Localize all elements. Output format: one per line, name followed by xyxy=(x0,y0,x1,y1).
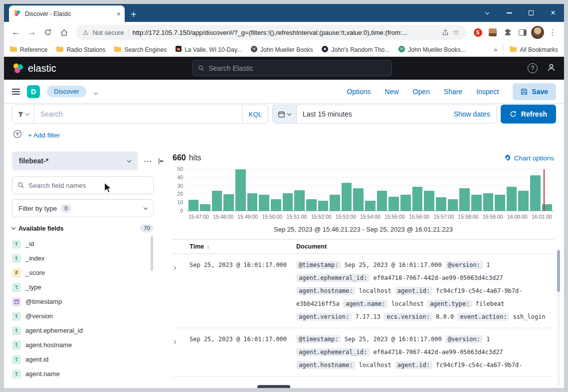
histogram-bar[interactable] xyxy=(318,201,329,211)
histogram-bar[interactable] xyxy=(353,188,364,211)
extensions-puzzle-icon[interactable] xyxy=(501,26,514,39)
bookmark-item[interactable]: WJohn Mueller Books xyxy=(251,46,313,54)
browser-tab[interactable]: Discover - Elastic × xyxy=(9,5,125,22)
field-item[interactable]: tagent.name xyxy=(12,367,154,381)
bookmark-item[interactable]: Search Engines xyxy=(114,46,167,53)
sidebar-options-icon[interactable]: ⋯ xyxy=(144,156,152,166)
chrome-menu-icon[interactable]: ⋮ xyxy=(546,26,559,39)
field-item[interactable]: tagent.id xyxy=(12,352,154,367)
elastic-logo[interactable]: elastic xyxy=(12,62,56,74)
inspect-link[interactable]: Inspect xyxy=(476,88,499,96)
extension-icon-1[interactable]: S xyxy=(471,26,484,39)
kql-button[interactable]: KQL xyxy=(242,105,268,123)
chart-options-button[interactable]: Chart options xyxy=(504,154,554,162)
table-scrollbar[interactable] xyxy=(557,249,560,386)
tab-search-button[interactable] xyxy=(476,4,498,22)
histogram-bar[interactable] xyxy=(388,197,399,211)
histogram-bar[interactable] xyxy=(365,201,376,211)
time-column-header[interactable]: Time ↓ xyxy=(189,243,296,250)
histogram-bar[interactable] xyxy=(412,187,423,211)
histogram-bar[interactable] xyxy=(259,195,269,211)
bookmark-star-icon[interactable]: ☆ xyxy=(453,28,459,37)
histogram-bar[interactable] xyxy=(342,183,352,211)
bookmark-item[interactable]: John's Random Tho... xyxy=(322,46,389,54)
global-search[interactable] xyxy=(192,60,392,76)
titlebar[interactable]: Discover - Elastic × + × xyxy=(4,4,564,22)
field-item[interactable]: tagent.hostname xyxy=(12,338,154,352)
histogram-bar[interactable] xyxy=(235,169,246,211)
close-button[interactable]: × xyxy=(542,4,564,22)
reload-icon[interactable] xyxy=(41,25,55,39)
field-item[interactable]: t_id xyxy=(12,237,154,251)
histogram-bar[interactable] xyxy=(424,191,434,211)
field-item[interactable]: t@version xyxy=(12,309,154,323)
field-item[interactable]: t_type xyxy=(12,280,154,294)
histogram-bar[interactable] xyxy=(200,204,210,211)
histogram-bar[interactable] xyxy=(294,190,305,211)
histogram-bar[interactable] xyxy=(518,191,529,211)
histogram-bar[interactable] xyxy=(495,195,505,211)
bookmark-item[interactable]: Radio Stations xyxy=(56,46,105,53)
breadcrumb[interactable]: Discover xyxy=(47,86,86,97)
query-search-input[interactable] xyxy=(34,105,242,123)
security-label[interactable]: Not secure xyxy=(93,29,124,36)
saved-query-menu-button[interactable] xyxy=(12,105,34,123)
expand-row-button[interactable] xyxy=(173,333,189,372)
breadcrumb-chevron-icon[interactable] xyxy=(94,87,97,96)
space-badge[interactable]: D xyxy=(27,85,40,98)
histogram-bar[interactable] xyxy=(247,193,258,211)
show-dates-button[interactable]: Show dates xyxy=(448,105,496,123)
histogram-bar[interactable] xyxy=(306,199,317,211)
histogram-bar[interactable] xyxy=(223,194,234,211)
help-icon[interactable]: ? xyxy=(528,63,538,73)
filter-circle-icon[interactable] xyxy=(13,130,22,140)
histogram-bar[interactable] xyxy=(436,197,446,211)
histogram-bar[interactable] xyxy=(448,199,458,211)
save-button[interactable]: Save xyxy=(513,83,556,100)
field-search-input[interactable] xyxy=(28,182,148,189)
histogram-bar[interactable] xyxy=(483,193,494,211)
refresh-button[interactable]: Refresh xyxy=(501,105,556,124)
histogram-bar[interactable] xyxy=(459,188,470,211)
histogram-bar[interactable] xyxy=(189,200,199,211)
profile-avatar[interactable] xyxy=(531,26,544,39)
histogram-bar[interactable] xyxy=(283,193,293,211)
scrollbar-thumb[interactable] xyxy=(557,250,560,292)
address-bar[interactable]: ⚠ Not secure http://172.105.7.150/app/di… xyxy=(76,25,466,40)
field-item[interactable]: #_score xyxy=(12,265,154,280)
global-search-input[interactable] xyxy=(208,64,386,72)
new-link[interactable]: New xyxy=(385,88,399,96)
collapse-sidebar-icon[interactable] xyxy=(158,157,165,165)
filter-by-type-select[interactable]: Filter by type 0 xyxy=(12,199,154,217)
all-bookmarks-button[interactable]: All Bookmarks xyxy=(510,46,558,53)
minimize-button[interactable] xyxy=(498,4,520,22)
menu-hamburger-icon[interactable] xyxy=(12,89,20,95)
field-search[interactable] xyxy=(12,176,154,194)
bookmark-item[interactable]: Reference xyxy=(10,46,47,53)
url-text[interactable]: http://172.105.7.150/app/discover#/?_g=(… xyxy=(133,29,438,36)
time-range-button[interactable]: Last 15 minutes xyxy=(297,105,448,123)
expand-row-button[interactable] xyxy=(173,259,189,323)
histogram-bar[interactable] xyxy=(271,199,281,211)
histogram-bar[interactable] xyxy=(212,191,222,211)
sort-descending-icon[interactable]: ↓ xyxy=(206,243,209,250)
field-item[interactable]: tagent.ephemeral_id xyxy=(12,323,154,338)
calendar-button[interactable] xyxy=(273,105,297,123)
histogram-bar[interactable] xyxy=(400,195,411,211)
open-link[interactable]: Open xyxy=(413,88,430,96)
extension-icon-2[interactable] xyxy=(486,26,499,39)
tab-close-icon[interactable]: × xyxy=(117,10,121,17)
histogram-bar[interactable] xyxy=(530,175,541,211)
bookmark-item[interactable]: La Valle, WI 10-Day... xyxy=(176,46,242,53)
back-icon[interactable]: ← xyxy=(9,25,23,39)
histogram-bar[interactable] xyxy=(330,195,340,211)
histogram-bar[interactable] xyxy=(377,191,387,211)
field-item[interactable]: @timestamp xyxy=(12,294,154,309)
share-icon[interactable] xyxy=(442,29,449,36)
available-fields-header[interactable]: Available fields 70 xyxy=(12,224,154,233)
share-link[interactable]: Share xyxy=(444,88,462,96)
options-link[interactable]: Options xyxy=(347,88,371,96)
add-filter-button[interactable]: + Add filter xyxy=(28,131,60,139)
forward-icon[interactable]: → xyxy=(25,25,39,39)
field-item[interactable]: t_index xyxy=(12,251,154,265)
